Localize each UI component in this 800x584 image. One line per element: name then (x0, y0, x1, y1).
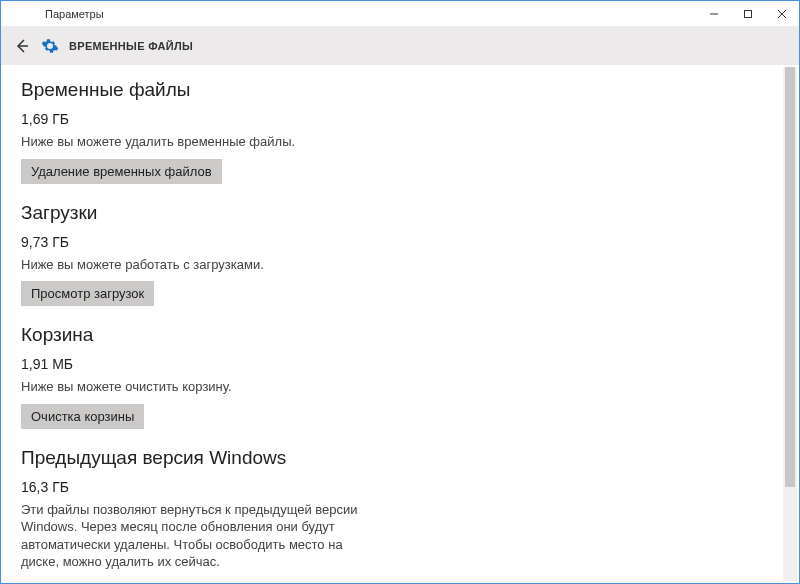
back-icon[interactable] (13, 37, 31, 55)
size-value: 16,3 ГБ (21, 479, 779, 495)
titlebar: Параметры (1, 1, 799, 27)
scrollbar-thumb[interactable] (785, 67, 795, 487)
section-temp-files: Временные файлы 1,69 ГБ Ниже вы можете у… (21, 79, 779, 184)
section-previous-windows: Предыдущая версия Windows 16,3 ГБ Эти фа… (21, 447, 779, 583)
section-title: Загрузки (21, 202, 779, 224)
delete-temp-files-button[interactable]: Удаление временных файлов (21, 159, 222, 184)
content-area: Временные файлы 1,69 ГБ Ниже вы можете у… (1, 65, 799, 583)
size-value: 1,91 МБ (21, 356, 779, 372)
empty-recycle-bin-button[interactable]: Очистка корзины (21, 404, 144, 429)
minimize-button[interactable] (697, 1, 731, 27)
page-title: ВРЕМЕННЫЕ ФАЙЛЫ (69, 40, 193, 52)
gear-icon (41, 37, 59, 55)
maximize-button[interactable] (731, 1, 765, 27)
svg-rect-1 (745, 11, 752, 18)
section-title: Временные файлы (21, 79, 779, 101)
section-recycle-bin: Корзина 1,91 МБ Ниже вы можете очистить … (21, 324, 779, 429)
vertical-scrollbar[interactable] (783, 67, 797, 581)
section-downloads: Загрузки 9,73 ГБ Ниже вы можете работать… (21, 202, 779, 307)
size-value: 9,73 ГБ (21, 234, 779, 250)
window-controls (697, 1, 799, 27)
header-bar: ВРЕМЕННЫЕ ФАЙЛЫ (1, 27, 799, 65)
size-value: 1,69 ГБ (21, 111, 779, 127)
view-downloads-button[interactable]: Просмотр загрузок (21, 281, 154, 306)
close-button[interactable] (765, 1, 799, 27)
section-desc: Эти файлы позволяют вернуться к предыдущ… (21, 501, 361, 571)
window-title: Параметры (45, 8, 104, 20)
section-title: Предыдущая версия Windows (21, 447, 779, 469)
section-desc: Ниже вы можете удалить временные файлы. (21, 133, 361, 151)
section-desc: Ниже вы можете очистить корзину. (21, 378, 361, 396)
section-title: Корзина (21, 324, 779, 346)
section-desc: Ниже вы можете работать с загрузками. (21, 256, 361, 274)
